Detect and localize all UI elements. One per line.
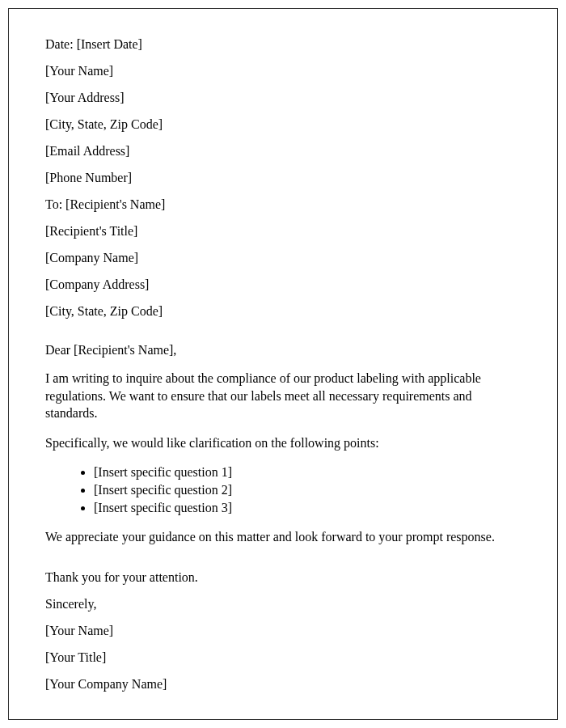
sender-email: [Email Address] [45, 144, 521, 159]
closing-your-company: [Your Company Name] [45, 677, 521, 692]
question-item: [Insert specific question 2] [94, 481, 521, 499]
sender-name: [Your Name] [45, 64, 521, 78]
sender-address: [Your Address] [45, 91, 521, 105]
sender-city-state-zip: [City, State, Zip Code] [45, 117, 521, 132]
sender-header-block: Date: [Insert Date] [Your Name] [Your Ad… [45, 37, 521, 319]
questions-list: [Insert specific question 1] [Insert spe… [45, 463, 521, 516]
closing-your-name: [Your Name] [45, 624, 521, 638]
letter-page: Date: [Insert Date] [Your Name] [Your Ad… [8, 8, 558, 720]
body-paragraph-2: Specifically, we would like clarificatio… [45, 434, 521, 452]
question-item: [Insert specific question 3] [94, 499, 521, 517]
closing-signoff: Sincerely, [45, 597, 521, 612]
salutation: Dear [Recipient's Name], [45, 343, 521, 358]
company-name: [Company Name] [45, 251, 521, 265]
date-line: Date: [Insert Date] [45, 37, 521, 52]
recipient-to-line: To: [Recipient's Name] [45, 197, 521, 212]
company-city-state-zip: [City, State, Zip Code] [45, 304, 521, 319]
sender-phone: [Phone Number] [45, 171, 521, 185]
body-paragraph-1: I am writing to inquire about the compli… [45, 370, 521, 422]
letter-body: Dear [Recipient's Name], I am writing to… [45, 343, 521, 546]
closing-your-title: [Your Title] [45, 650, 521, 665]
closing-block: Thank you for your attention. Sincerely,… [45, 570, 521, 692]
body-paragraph-3: We appreciate your guidance on this matt… [45, 528, 521, 546]
company-address: [Company Address] [45, 277, 521, 292]
closing-thanks: Thank you for your attention. [45, 570, 521, 585]
question-item: [Insert specific question 1] [94, 463, 521, 481]
recipient-title: [Recipient's Title] [45, 224, 521, 239]
